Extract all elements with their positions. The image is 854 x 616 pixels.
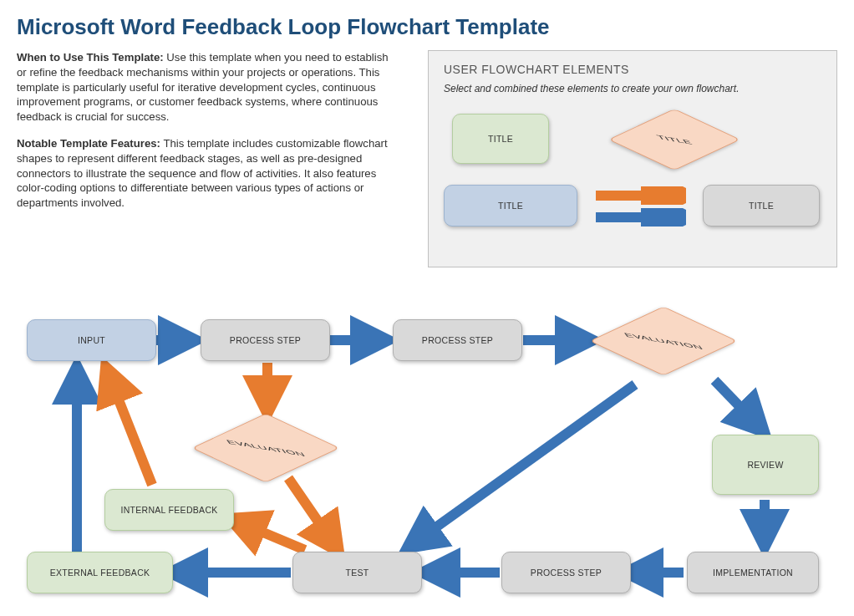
- panel-subtitle: Select and combined these elements to cr…: [444, 83, 821, 94]
- elements-panel: USER FLOWCHART ELEMENTS Select and combi…: [428, 50, 837, 267]
- svg-line-11: [414, 384, 635, 543]
- node-review[interactable]: REVIEW: [712, 435, 819, 495]
- node-test[interactable]: TEST: [292, 552, 422, 593]
- node-process-step-1[interactable]: PROCESS STEP: [201, 319, 330, 361]
- element-blue-box[interactable]: TITLE: [444, 185, 577, 227]
- node-external-feedback[interactable]: EXTERNAL FEEDBACK: [27, 552, 173, 593]
- svg-line-13: [288, 478, 334, 545]
- node-internal-feedback[interactable]: INTERNAL FEEDBACK: [104, 489, 234, 531]
- node-input[interactable]: INPUT: [27, 319, 156, 361]
- svg-line-5: [714, 380, 759, 426]
- panel-title: USER FLOWCHART ELEMENTS: [444, 63, 821, 76]
- element-peach-diamond[interactable]: TITLE: [608, 109, 740, 171]
- element-gray-box[interactable]: TITLE: [703, 185, 820, 227]
- element-blue-arrow[interactable]: [594, 208, 686, 227]
- node-implementation[interactable]: IMPLEMENTATION: [687, 552, 819, 593]
- section1-heading: When to Use This Template:: [17, 51, 164, 64]
- node-process-step-2[interactable]: PROCESS STEP: [393, 319, 522, 361]
- element-green-box[interactable]: TITLE: [452, 114, 549, 164]
- page-title: Microsoft Word Feedback Loop Flowchart T…: [17, 15, 837, 40]
- flowchart-canvas: INPUT PROCESS STEP PROCESS STEP EVALUATI…: [0, 251, 854, 616]
- node-process-step-3[interactable]: PROCESS STEP: [501, 552, 631, 593]
- element-orange-arrow[interactable]: [594, 186, 686, 205]
- section2-heading: Notable Template Features:: [17, 137, 160, 150]
- svg-line-15: [109, 374, 152, 485]
- description-text: When to Use This Template: Use this temp…: [17, 50, 397, 211]
- svg-line-14: [237, 522, 305, 550]
